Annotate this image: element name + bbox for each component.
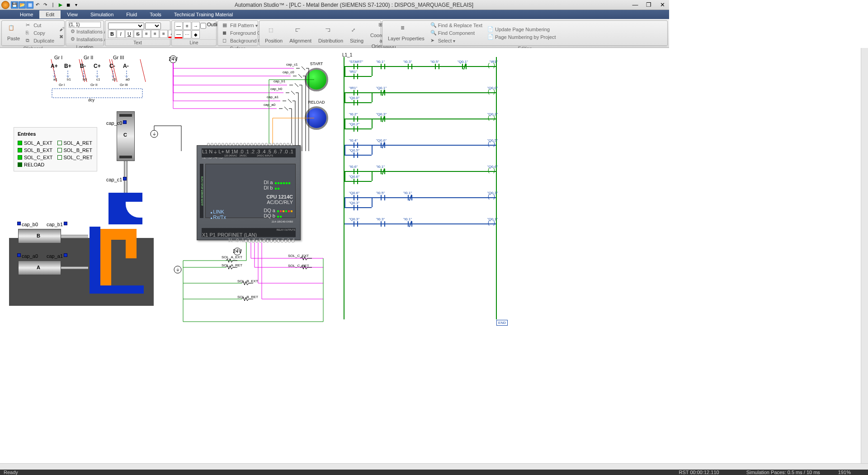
distribution-button[interactable]: ⫎Distribution [316, 27, 346, 43]
schematic-canvas[interactable]: Gr I Gr II Gr III A+ B+ B- C+ C- A- a1 b… [0, 48, 669, 366]
window-title: Automation Studio™ - [PLC - Metal Bender… [80, 2, 628, 8]
page-icon: 📄 [487, 34, 494, 40]
installations-1-button[interactable]: ⚙Installations / Circuits [69, 28, 101, 35]
position-button[interactable]: ⬚Position [262, 27, 285, 43]
press-head [108, 193, 142, 224]
tab-home[interactable]: Home [14, 10, 39, 19]
sensor-cap-a0: cap_a0 [17, 253, 38, 259]
tab-view[interactable]: View [61, 10, 84, 19]
search-icon: 🔍 [430, 22, 437, 28]
tab-ttm[interactable]: Technical Training Material [168, 10, 239, 19]
bg-icon: ◻ [222, 38, 229, 44]
tab-simulation[interactable]: Simulation [84, 10, 120, 19]
align-center-button[interactable]: ≡ [151, 30, 159, 38]
coord-input[interactable] [69, 22, 101, 28]
qat-undo-icon[interactable]: ↶ [34, 1, 41, 9]
qat-redo-icon[interactable]: ↷ [42, 1, 49, 9]
underline-button[interactable]: U [125, 30, 133, 38]
ribbon-group-layout: ⬚Position ⫍Alignment ⫎Distribution ⤢Sizi… [259, 20, 381, 46]
sensor-cap-a1: cap_a1 [47, 253, 67, 259]
align-right-button[interactable]: ≡ [160, 30, 168, 38]
qat-open-icon[interactable]: 📂 [19, 1, 26, 9]
select-button[interactable]: ➤Select▾ [429, 37, 484, 44]
qat-play-icon[interactable]: ▶ [57, 1, 64, 9]
svg-text:24V: 24V [233, 248, 242, 254]
fontsize-select[interactable] [145, 23, 161, 29]
svg-text:⏚: ⏚ [176, 266, 179, 272]
tab-fluid[interactable]: Fluid [120, 10, 143, 19]
circuit-icon: ⚙ [71, 36, 75, 43]
qat-btn-icon[interactable]: ▦ [26, 1, 33, 9]
svg-point-6 [170, 56, 177, 63]
workpiece [100, 229, 137, 288]
bold-button[interactable]: B [108, 30, 116, 38]
fg-icon: ◼ [222, 30, 229, 36]
fixture-base [90, 285, 144, 294]
italic-button[interactable]: I [117, 30, 125, 38]
qat-stop-icon[interactable]: ◼ [65, 1, 72, 9]
ribbon-group-line: — ≡ → Outline — ⋯ ◆ Line [171, 20, 217, 46]
ribbon: 📋Paste ✂Cut ⎘Copy ⧉Duplicate 🖌Format Pai… [0, 19, 669, 48]
duplicate-button[interactable]: ⧉Duplicate [24, 37, 56, 44]
input-indicator: SOL_B_EXT [18, 147, 54, 153]
ladder-diagram: L1_1 "START""I0.1""I0.3""I0.5""Q0.1""IR1… [340, 52, 500, 324]
cursor-icon: ➤ [430, 38, 437, 44]
line-style-button[interactable]: — [175, 22, 183, 30]
svg-text:⏚: ⏚ [153, 131, 156, 136]
tab-tools[interactable]: Tools [143, 10, 168, 19]
start-button[interactable] [305, 68, 328, 91]
layer-properties-button[interactable]: ≣Layer Properties [385, 25, 427, 41]
input-indicator: SOL_C_RET [57, 155, 94, 160]
sensor-cap-c0: cap_c0 [106, 120, 127, 126]
reload-label: RELOAD [303, 100, 330, 104]
close-button[interactable]: ✕ [656, 1, 669, 8]
quick-access-toolbar: 💾 📂 ▦ ↶ ↷ | ▶ ◼ ▾ [11, 1, 80, 9]
ribbon-group-surface: ▦Fill Pattern▾ ◼Foreground Colour▾ ◻Back… [217, 20, 258, 46]
maximize-button[interactable]: ❐ [642, 1, 656, 8]
qat-sep: | [49, 1, 57, 9]
line-end-button[interactable]: ◆ [192, 30, 200, 38]
app-logo-icon [1, 1, 9, 9]
line-color-button[interactable]: — [175, 30, 183, 38]
start-label: START [305, 62, 328, 66]
find-replace-button[interactable]: 🔍Find & Replace Text [429, 22, 484, 29]
align-left-button[interactable]: ≡ [142, 30, 151, 38]
find-component-button[interactable]: 🔍Find Component [429, 29, 484, 37]
cut-icon: ✂ [26, 22, 32, 28]
ribbon-group-clipboard: 📋Paste ✂Cut ⎘Copy ⧉Duplicate 🖌Format Pai… [1, 20, 65, 46]
line-dash-button[interactable]: ⋯ [183, 30, 191, 38]
minimize-button[interactable]: — [628, 1, 642, 8]
cut-button[interactable]: ✂Cut [24, 22, 56, 29]
reload-button[interactable] [305, 106, 328, 130]
paste-button[interactable]: 📋Paste [5, 25, 23, 41]
svg-point-8 [151, 130, 158, 138]
outline-checkbox[interactable] [200, 22, 206, 30]
sensor-cap-b0: cap_b0 [17, 222, 38, 227]
copy-button[interactable]: ⎘Copy [24, 29, 56, 37]
ribbon-group-location: ⚙Installations / Circuits ⚙Installations… [66, 20, 104, 46]
tab-edit[interactable]: Edit [39, 10, 61, 19]
alignment-button[interactable]: ⫍Alignment [287, 27, 314, 43]
input-indicator: SOL_C_EXT [18, 155, 54, 160]
input-indicator: SOL_A_EXT [18, 140, 54, 146]
input-indicator: SOL_A_RET [57, 140, 94, 146]
qat-save-icon[interactable]: 💾 [11, 1, 18, 9]
svg-line-5 [140, 59, 146, 82]
page-num-project-button[interactable]: 📄Page Numbering by Project [486, 33, 558, 41]
qat-dropdown-icon[interactable]: ▾ [72, 1, 80, 9]
strike-button[interactable]: S [134, 30, 142, 38]
ribbon-tabs: Home Edit View Simulation Fluid Tools Te… [0, 10, 669, 19]
sizing-button[interactable]: ⤢Sizing [347, 27, 366, 43]
input-indicator: SOL_B_RET [57, 147, 94, 153]
position-icon: ⬚ [269, 27, 279, 38]
search-icon: 🔍 [430, 30, 437, 36]
installations-2-button[interactable]: ⚙Installations / Circuits [69, 36, 101, 43]
line-weight-button[interactable]: ≡ [183, 22, 191, 30]
line-arrow-button[interactable]: → [192, 22, 200, 30]
update-page-num-button[interactable]: 📄Update Page Numbering [486, 26, 558, 33]
copy-icon: ⎘ [26, 30, 32, 36]
font-select[interactable] [108, 23, 144, 29]
ribbon-group-text: B I U S ≡ ≡ ≡ A Text [105, 20, 170, 46]
size-icon: ⤢ [351, 27, 362, 38]
inputs-panel: Entrées SOL_A_EXTSOL_A_RETSOL_B_EXTSOL_B… [14, 127, 97, 171]
